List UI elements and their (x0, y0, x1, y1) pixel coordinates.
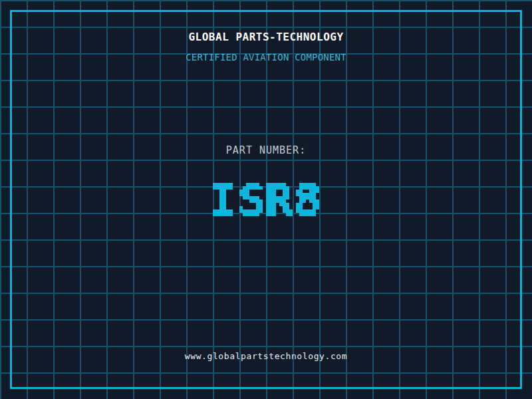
certification-subtitle: CERTIFIED AVIATION COMPONENT (0, 53, 532, 62)
company-title: GLOBAL PARTS-TECHNOLOGY (0, 32, 532, 43)
part-number-label: PART NUMBER: (0, 146, 532, 156)
website-url: www.globalpartstechnology.com (0, 352, 532, 361)
part-number-display (203, 170, 329, 229)
certificate-screen: GLOBAL PARTS-TECHNOLOGY CERTIFIED AVIATI… (0, 0, 532, 399)
